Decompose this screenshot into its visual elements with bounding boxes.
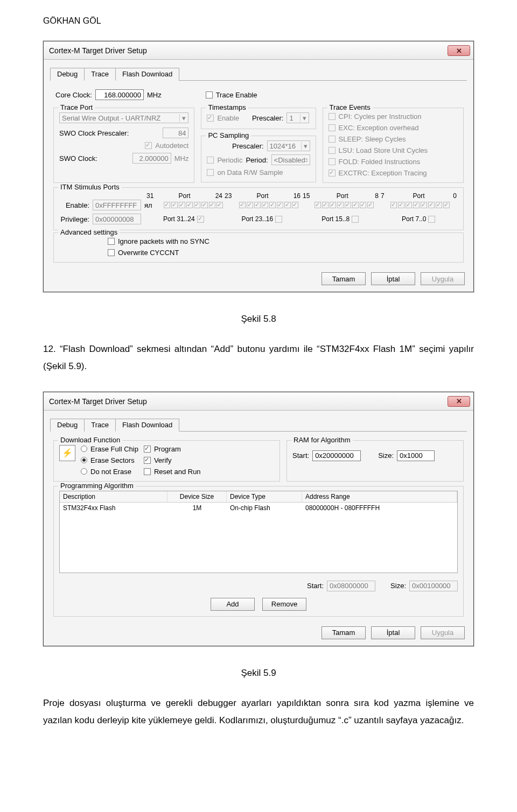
dialog-trace: Cortex-M Target Driver Setup ✕ Debug Tra… bbox=[43, 41, 474, 292]
cpi-checkbox bbox=[329, 113, 336, 120]
program-checkbox[interactable] bbox=[144, 446, 151, 453]
cpi-label: CPI: Cycles per Instruction bbox=[339, 112, 422, 121]
ok-button[interactable]: Tamam bbox=[322, 626, 366, 639]
priv-g4-label: Port 7..0 bbox=[402, 215, 426, 223]
port-lbl: Port bbox=[413, 192, 424, 200]
lsu-label: LSU: Load Store Unit Cycles bbox=[339, 146, 428, 154]
exctrc-label: EXCTRC: Exception Tracing bbox=[339, 169, 427, 177]
trace-port-combo-value: Serial Wire Output - UART/NRZ bbox=[62, 114, 179, 122]
port-lbl: 7 bbox=[381, 192, 385, 200]
pcsample-presc-value: 1024*16 bbox=[270, 142, 301, 150]
port-group-2 bbox=[231, 202, 306, 208]
reset-run-checkbox[interactable] bbox=[144, 468, 151, 475]
chevron-down-icon: ▾ bbox=[300, 114, 309, 122]
tab-bar: Debug Trace Flash Download bbox=[50, 418, 467, 432]
itm-enable-input bbox=[93, 200, 141, 210]
overwrite-cyccnt-checkbox[interactable] bbox=[108, 249, 115, 256]
timestamps-enable-checkbox bbox=[207, 115, 214, 122]
timestamps-enable-label: Enable bbox=[217, 114, 239, 122]
tab-debug[interactable]: Debug bbox=[50, 68, 85, 81]
mhz-label: MHz bbox=[147, 91, 162, 99]
lsu-checkbox bbox=[329, 147, 336, 154]
ram-size-label: Size: bbox=[378, 451, 394, 460]
dialog-title: Cortex-M Target Driver Setup bbox=[49, 397, 448, 406]
tab-flash-download[interactable]: Flash Download bbox=[115, 68, 179, 81]
close-icon[interactable]: ✕ bbox=[448, 45, 470, 56]
prog-size-input bbox=[409, 581, 458, 591]
verify-checkbox[interactable] bbox=[144, 457, 151, 464]
trace-port-combo[interactable]: Serial Wire Output - UART/NRZ ▾ bbox=[59, 112, 188, 123]
swo-clock-mhz: MHz bbox=[174, 154, 189, 163]
paragraph-final: Proje dosyası oluşturma ve gerekli debug… bbox=[43, 695, 474, 730]
trace-enable-checkbox[interactable] bbox=[206, 91, 213, 98]
priv-g2-label: Port 23..16 bbox=[241, 215, 273, 223]
exc-label: EXC: Exception overhead bbox=[339, 124, 419, 132]
port-group-1 bbox=[156, 202, 231, 208]
period-label: Period: bbox=[246, 156, 268, 164]
priv-g3-label: Port 15..8 bbox=[322, 215, 350, 223]
tab-debug[interactable]: Debug bbox=[50, 419, 85, 432]
remove-button[interactable]: Remove bbox=[262, 598, 306, 611]
pcsample-presc-label: Prescaler: bbox=[232, 142, 264, 150]
autodetect-label: Autodetect bbox=[155, 142, 188, 150]
ram-start-label: Start: bbox=[292, 451, 309, 460]
row-size: 1M bbox=[167, 503, 227, 513]
exctrc-checkbox bbox=[329, 170, 336, 176]
swo-clock-input bbox=[132, 153, 171, 164]
timestamps-presc-label: Prescaler: bbox=[252, 114, 284, 122]
priv-g4-check bbox=[428, 216, 435, 223]
port-lbl: 15 bbox=[303, 192, 310, 200]
tab-flash-download[interactable]: Flash Download bbox=[115, 419, 179, 432]
datarw-label: on Data R/W Sample bbox=[217, 168, 283, 176]
ok-button[interactable]: Tamam bbox=[322, 272, 366, 285]
pcsample-presc-combo[interactable]: 1024*16 ▾ bbox=[267, 140, 310, 151]
table-row[interactable]: STM32F4xx Flash 1M On-chip Flash 0800000… bbox=[60, 503, 457, 513]
port-group-4 bbox=[382, 202, 458, 208]
ignore-sync-checkbox[interactable] bbox=[108, 238, 115, 245]
port-group-3 bbox=[306, 202, 382, 208]
prog-size-label: Size: bbox=[390, 582, 406, 590]
dlfunc-legend: Download Function bbox=[58, 436, 122, 444]
figure-caption-59: Şekil 5.9 bbox=[43, 668, 474, 679]
port-lbl: 31 bbox=[146, 192, 153, 200]
port-lbl: 8 bbox=[375, 192, 379, 200]
ram-size-input[interactable] bbox=[397, 450, 435, 461]
core-clock-label: Core Clock: bbox=[55, 91, 92, 99]
prog-start-input bbox=[327, 581, 375, 591]
do-not-erase-radio[interactable] bbox=[81, 468, 87, 475]
erase-full-radio[interactable] bbox=[81, 446, 87, 452]
trace-enable-label: Trace Enable bbox=[216, 91, 257, 99]
do-not-erase-label: Do not Erase bbox=[90, 468, 131, 476]
close-icon[interactable]: ✕ bbox=[448, 396, 470, 407]
timestamps-presc-combo[interactable]: 1 ▾ bbox=[287, 112, 309, 123]
prog-start-label: Start: bbox=[307, 582, 324, 590]
cancel-button[interactable]: İptal bbox=[371, 626, 415, 639]
periodic-label: Periodic bbox=[217, 156, 242, 164]
dialog-flash-download: Cortex-M Target Driver Setup ✕ Debug Tra… bbox=[43, 392, 474, 646]
cancel-button[interactable]: İptal bbox=[371, 272, 415, 285]
chevron-down-icon: ▾ bbox=[179, 114, 188, 122]
itm-legend: ITM Stimulus Ports bbox=[58, 183, 122, 191]
prog-algo-legend: Programming Algorithm bbox=[58, 482, 136, 490]
dialog-title: Cortex-M Target Driver Setup bbox=[49, 46, 448, 55]
load-icon: ⚡ bbox=[59, 445, 75, 461]
add-button[interactable]: Add bbox=[211, 598, 255, 611]
itm-priv-label: Privilege: bbox=[59, 215, 89, 223]
core-clock-input[interactable] bbox=[95, 89, 144, 100]
th-size: Device Size bbox=[167, 491, 227, 502]
verify-label: Verify bbox=[154, 456, 172, 464]
paragraph-12: 12. “Flash Download” sekmesi altından “A… bbox=[43, 341, 474, 376]
sleep-label: SLEEP: Sleep Cycles bbox=[339, 135, 406, 143]
erase-sectors-label: Erase Sectors bbox=[90, 456, 135, 464]
priv-g1-label: Port 31..24 bbox=[163, 215, 195, 223]
port-lbl: 23 bbox=[225, 192, 232, 200]
titlebar: Cortex-M Target Driver Setup ✕ bbox=[44, 41, 473, 60]
period-input bbox=[271, 154, 310, 165]
tab-trace[interactable]: Trace bbox=[84, 68, 116, 81]
erase-sectors-radio[interactable] bbox=[81, 457, 87, 463]
port-lbl: Port bbox=[337, 192, 348, 200]
row-desc: STM32F4xx Flash bbox=[60, 503, 167, 513]
ram-start-input[interactable] bbox=[312, 450, 361, 461]
tab-trace[interactable]: Trace bbox=[84, 419, 116, 432]
algorithm-table[interactable]: Description Device Size Device Type Addr… bbox=[59, 491, 458, 573]
